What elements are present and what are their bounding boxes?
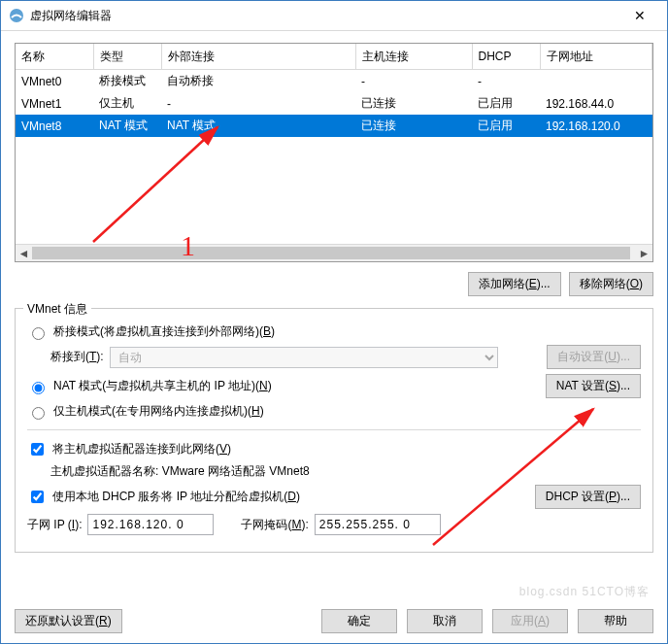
bridge-mode-label: 桥接模式(将虚拟机直接连接到外部网络)(B) (53, 323, 275, 340)
host-only-radio[interactable] (32, 407, 45, 420)
cancel-button[interactable]: 取消 (407, 609, 483, 633)
group-legend: VMnet 信息 (23, 301, 91, 318)
help-button[interactable]: 帮助 (578, 609, 653, 633)
window-body: 名称 类型 外部连接 主机连接 DHCP 子网地址 VMnet0桥接模式自动桥接… (1, 31, 667, 576)
cell-ext: NAT 模式 (161, 115, 355, 137)
table-row[interactable]: VMnet1仅主机-已连接已启用192.168.44.0 (16, 92, 652, 115)
cell-type: 桥接模式 (93, 70, 161, 93)
restore-defaults-button[interactable]: 还原默认设置(R) (15, 609, 122, 633)
network-table[interactable]: 名称 类型 外部连接 主机连接 DHCP 子网地址 VMnet0桥接模式自动桥接… (16, 44, 652, 137)
subnet-mask-input[interactable] (315, 514, 441, 535)
remove-network-button[interactable]: 移除网络(O) (569, 272, 653, 296)
titlebar: 虚拟网络编辑器 ✕ (1, 1, 667, 31)
host-only-label: 仅主机模式(在专用网络内连接虚拟机)(H) (53, 403, 264, 420)
nat-mode-line: NAT 模式(与虚拟机共享主机的 IP 地址)(N) NAT 设置(S)... (27, 374, 641, 398)
bridge-to-line: 桥接到(T): 自动 自动设置(U)... (50, 345, 641, 369)
dhcp-line: 使用本地 DHCP 服务将 IP 地址分配给虚拟机(D) DHCP 设置(P).… (27, 485, 641, 509)
cell-host: 已连接 (355, 115, 472, 137)
host-adapter-name-line: 主机虚拟适配器名称: VMware 网络适配器 VMnet8 (50, 463, 641, 480)
watermark: blog.csdn 51CTO博客 (519, 584, 650, 600)
network-actions: 添加网络(E)... 移除网络(O) (15, 272, 653, 296)
auto-settings-button[interactable]: 自动设置(U)... (547, 345, 641, 369)
window-title: 虚拟网络编辑器 (30, 8, 620, 24)
col-subnet[interactable]: 子网地址 (540, 44, 652, 70)
scroll-thumb[interactable] (32, 247, 630, 259)
cell-name: VMnet8 (16, 115, 93, 137)
cell-dhcp: 已启用 (472, 92, 540, 115)
col-ext[interactable]: 外部连接 (161, 44, 355, 70)
col-name[interactable]: 名称 (16, 44, 93, 70)
nat-mode-radio[interactable] (32, 382, 45, 394)
host-adapter-checkbox[interactable] (31, 443, 44, 456)
divider-1 (27, 429, 641, 430)
table-row[interactable]: VMnet0桥接模式自动桥接-- (16, 70, 652, 93)
col-type[interactable]: 类型 (93, 44, 161, 70)
cell-dhcp: 已启用 (472, 115, 540, 137)
subnet-ip-input[interactable] (87, 514, 214, 535)
add-network-button[interactable]: 添加网络(E)... (468, 272, 561, 296)
apply-button[interactable]: 应用(A) (492, 609, 568, 633)
ok-button[interactable]: 确定 (321, 609, 397, 633)
col-dhcp[interactable]: DHCP (472, 44, 540, 70)
bridge-to-combo[interactable]: 自动 (110, 347, 498, 368)
cell-host: - (355, 70, 472, 93)
horizontal-scrollbar[interactable]: ◄ ► (16, 244, 652, 261)
bridge-mode-radio[interactable] (32, 327, 45, 340)
scroll-right-arrow[interactable]: ► (636, 245, 652, 261)
col-host[interactable]: 主机连接 (355, 44, 472, 70)
dhcp-checkbox[interactable] (31, 491, 44, 503)
host-adapter-name: 主机虚拟适配器名称: VMware 网络适配器 VMnet8 (50, 463, 310, 480)
dhcp-settings-button[interactable]: DHCP 设置(P)... (535, 485, 641, 509)
vmnet-info-group: VMnet 信息 桥接模式(将虚拟机直接连接到外部网络)(B) 桥接到(T): … (15, 308, 653, 553)
cell-name: VMnet0 (16, 70, 93, 93)
table-row[interactable]: VMnet8NAT 模式NAT 模式已连接已启用192.168.120.0 (16, 115, 652, 137)
subnet-ip-label: 子网 IP (I): (27, 517, 82, 533)
nat-settings-button[interactable]: NAT 设置(S)... (546, 374, 641, 398)
bridge-mode-line: 桥接模式(将虚拟机直接连接到外部网络)(B) (27, 323, 641, 340)
cell-subnet (540, 70, 652, 93)
dhcp-label: 使用本地 DHCP 服务将 IP 地址分配给虚拟机(D) (52, 489, 300, 505)
subnet-mask-label: 子网掩码(M): (241, 517, 308, 533)
cell-subnet: 192.168.120.0 (540, 115, 652, 137)
scroll-track[interactable] (32, 245, 636, 261)
cell-subnet: 192.168.44.0 (540, 92, 652, 115)
network-table-frame: 名称 类型 外部连接 主机连接 DHCP 子网地址 VMnet0桥接模式自动桥接… (15, 43, 653, 262)
host-only-line: 仅主机模式(在专用网络内连接虚拟机)(H) (27, 403, 641, 420)
subnet-line: 子网 IP (I): 子网掩码(M): (27, 514, 641, 535)
cell-dhcp: - (472, 70, 540, 93)
cell-ext: - (161, 92, 355, 115)
host-adapter-line: 将主机虚拟适配器连接到此网络(V) (27, 440, 641, 458)
cell-host: 已连接 (355, 92, 472, 115)
bridge-to-label: 桥接到(T): (50, 349, 104, 365)
table-header: 名称 类型 外部连接 主机连接 DHCP 子网地址 (16, 44, 652, 70)
table-empty-area[interactable] (16, 137, 652, 244)
close-button[interactable]: ✕ (620, 2, 659, 29)
cell-name: VMnet1 (16, 92, 93, 115)
cell-type: 仅主机 (93, 92, 161, 115)
vmware-vnet-editor-window: 虚拟网络编辑器 ✕ 名称 类型 外部连接 主机连接 DHCP 子网地址 VMne… (0, 0, 668, 644)
vmware-icon (9, 8, 24, 23)
cell-type: NAT 模式 (93, 115, 161, 137)
nat-mode-label: NAT 模式(与虚拟机共享主机的 IP 地址)(N) (53, 378, 272, 394)
dialog-footer: 还原默认设置(R) 确定 取消 应用(A) 帮助 (1, 599, 667, 643)
host-adapter-label: 将主机虚拟适配器连接到此网络(V) (52, 441, 231, 458)
scroll-left-arrow[interactable]: ◄ (16, 245, 32, 261)
cell-ext: 自动桥接 (161, 70, 355, 93)
